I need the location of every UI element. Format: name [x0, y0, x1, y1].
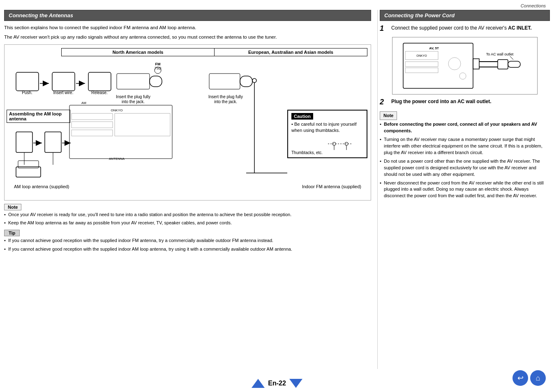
page-header: Connections: [0, 0, 554, 10]
svg-rect-24: [72, 122, 113, 128]
svg-text:FM: FM: [155, 62, 161, 66]
svg-point-54: [459, 73, 466, 79]
svg-rect-13: [117, 74, 150, 89]
svg-rect-29: [16, 132, 32, 152]
svg-text:ANTENNA: ANTENNA: [109, 157, 125, 161]
right-note-item-3: Do not use a power cord other than the o…: [380, 158, 550, 178]
step-1-bold: AC INLET.: [508, 25, 531, 31]
svg-rect-11: [88, 72, 111, 91]
tip-title: Tip: [4, 230, 20, 236]
model-labels: North American models European, Australi…: [61, 48, 367, 56]
svg-text:Release.: Release.: [91, 90, 107, 95]
step-1: 1 Connect the supplied power cord to the…: [380, 24, 550, 33]
intro-line1: This section explains how to connect the…: [4, 24, 371, 31]
svg-line-61: [510, 56, 513, 60]
svg-text:into the jack.: into the jack.: [214, 99, 237, 104]
svg-text:ONKYO: ONKYO: [416, 54, 427, 57]
footer-page: En-22: [252, 379, 302, 388]
power-diagram: AV, 5T ONKYO To AC wall outlet: [392, 37, 538, 95]
am-assembly-label: Assembling the AM loop antenna: [7, 110, 70, 123]
step-1-number: 1: [380, 24, 389, 33]
svg-text:Insert the plug fully: Insert the plug fully: [116, 95, 150, 99]
left-note-item-2: Keep the AM loop antenna as far away as …: [4, 220, 371, 226]
svg-text:AM: AM: [81, 101, 86, 105]
left-note-list: Once your AV receiver is ready for use, …: [4, 212, 371, 227]
right-section-title: Connecting the Power Cord: [380, 10, 550, 21]
svg-rect-18: [240, 76, 252, 87]
main-content: Connecting the Antennas This section exp…: [0, 10, 554, 369]
home-button[interactable]: ⌂: [530, 370, 546, 386]
svg-rect-7: [52, 72, 75, 91]
svg-rect-26: [115, 113, 170, 136]
left-column: Connecting the Antennas This section exp…: [4, 10, 373, 369]
svg-text:AV, 5T: AV, 5T: [429, 46, 439, 50]
prev-page-arrow[interactable]: [252, 379, 265, 388]
svg-text:Insert the plug fully: Insert the plug fully: [208, 95, 243, 99]
svg-text:Push.: Push.: [22, 90, 32, 95]
svg-rect-59: [508, 61, 520, 67]
right-note-item-4: Never disconnect the power cord from the…: [380, 180, 550, 200]
right-note-list: Before connecting the power cord, connec…: [380, 121, 550, 199]
svg-rect-33: [45, 132, 61, 152]
right-note-title: Note: [380, 111, 397, 120]
svg-rect-55: [473, 59, 479, 69]
svg-text:Insert wire.: Insert wire.: [53, 90, 74, 95]
tip-item-1: If you cannot achieve good reception wit…: [4, 238, 371, 244]
svg-rect-52: [405, 68, 438, 73]
thumbtack-label: Thumbtacks, etc.: [291, 142, 363, 155]
back-button[interactable]: ↩: [512, 370, 528, 386]
left-note-title: Note: [4, 204, 21, 210]
step-2-number: 2: [380, 98, 389, 106]
svg-rect-3: [16, 72, 39, 91]
svg-text:ONKYO: ONKYO: [111, 108, 123, 112]
power-cord-svg: AV, 5T ONKYO To AC wall outlet: [399, 39, 531, 92]
right-note-item-2: Turning on the AV receiver may cause a m…: [380, 136, 550, 156]
tip-item-2: If you cannot achieve good reception wit…: [4, 246, 371, 253]
page-number: En-22: [268, 380, 286, 387]
svg-rect-37: [16, 167, 41, 177]
north-american-label: North American models: [61, 48, 214, 56]
antenna-diagram: North American models European, Australi…: [4, 44, 371, 201]
am-loop-label: AM loop antenna (supplied): [14, 184, 69, 189]
european-label: European, Australian and Asian models: [214, 48, 367, 56]
antenna-bottom-labels: AM loop antenna (supplied) Indoor FM ant…: [8, 184, 367, 189]
tip-box: Tip If you cannot achieve good reception…: [4, 230, 371, 253]
footer-icons: ↩ ⌂: [512, 370, 546, 386]
svg-rect-17: [209, 74, 240, 89]
caution-text: • Be careful not to injure yourself when…: [291, 121, 363, 134]
next-page-arrow[interactable]: [289, 379, 302, 388]
tip-list: If you cannot achieve good reception wit…: [4, 238, 371, 253]
svg-rect-21: [69, 105, 172, 159]
section-label: Connections: [521, 3, 546, 8]
svg-text:To AC wall outlet: To AC wall outlet: [486, 52, 514, 56]
svg-rect-25: [72, 130, 113, 136]
footer: En-22 ↩ ⌂: [0, 379, 554, 388]
caution-box: Caution • Be careful not to injure yours…: [287, 110, 367, 159]
left-note-box: Note Once your AV receiver is ready for …: [4, 204, 371, 227]
indoor-fm-label: Indoor FM antenna (supplied): [302, 184, 361, 189]
svg-rect-23: [72, 113, 113, 120]
svg-rect-58: [498, 60, 508, 69]
right-column: Connecting the Power Cord 1 Connect the …: [377, 10, 550, 369]
right-note-item-1: Before connecting the power cord, connec…: [380, 121, 550, 134]
left-note-item-1: Once your AV receiver is ready for use, …: [4, 212, 371, 218]
svg-text:into the jack.: into the jack.: [122, 99, 145, 104]
right-note-box: Note Before connecting the power cord, c…: [380, 111, 550, 199]
svg-rect-51: [405, 62, 438, 67]
caution-title: Caution: [291, 113, 363, 121]
svg-point-53: [448, 58, 461, 70]
svg-point-41: [252, 78, 256, 83]
intro-line2: The AV receiver won't pick up any radio …: [4, 34, 371, 41]
left-section-title: Connecting the Antennas: [4, 10, 371, 21]
step-2-text: Plug the power cord into an AC wall outl…: [391, 98, 492, 105]
step-1-text: Connect the supplied power cord to the A…: [391, 24, 532, 32]
step-2: 2 Plug the power cord into an AC wall ou…: [380, 98, 550, 106]
svg-rect-14: [150, 76, 162, 87]
